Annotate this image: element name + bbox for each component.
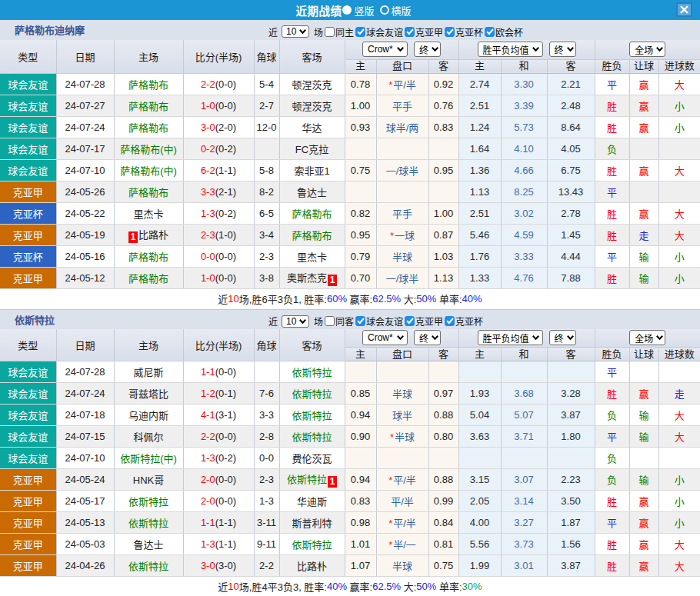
layout-radio-group: 竖版 横版 (342, 3, 411, 18)
league-checkbox[interactable] (405, 316, 415, 326)
final-odds-select[interactable]: 终 (414, 330, 441, 345)
portrait-radio-option[interactable]: 竖版 (342, 3, 374, 18)
corner-cell: 2-8 (254, 426, 279, 448)
away-team-cell: 华达 (279, 116, 345, 138)
half-time-score: (0-0) (215, 431, 236, 442)
odds-mean-select[interactable]: 胜平负均值 (478, 330, 543, 345)
date-cell: 24-05-12 (56, 267, 114, 288)
mean-draw-cell: 3.30 (501, 73, 547, 95)
away-team: 依斯特拉 (292, 431, 332, 443)
mean-draw-cell: 4.10 (501, 138, 547, 159)
league-filter[interactable]: 球会友谊 (355, 315, 403, 328)
match-count-select[interactable]: 10 (282, 315, 309, 328)
venue-filter[interactable]: 同客 (325, 315, 354, 328)
team-rank-badge: 1 (128, 231, 138, 243)
score-cell: 2-2(0-0) (183, 426, 254, 448)
odds-away-cell (428, 181, 458, 202)
match-type-cell: 球会友谊 (0, 361, 56, 383)
league-checkbox[interactable] (405, 27, 415, 37)
home-team-cell: 萨格勒布 (114, 73, 183, 95)
portrait-radio-icon[interactable] (342, 5, 352, 15)
league-filter[interactable]: 欧会杯 (485, 25, 523, 38)
handicap-value: 半球 (395, 431, 415, 443)
goals-cell: 大 (658, 555, 700, 577)
result-cell: 胜 (595, 159, 629, 181)
match-type-cell: 克亚甲 (0, 491, 56, 512)
corner-cell: 2-3 (254, 245, 279, 267)
mean-draw-cell (501, 361, 547, 383)
chevron-down-icon (532, 335, 539, 340)
result-cell: 负 (595, 469, 629, 491)
bookmaker-select[interactable]: Crow* (362, 42, 408, 57)
final-mean-select[interactable]: 终 (549, 330, 576, 345)
sub-mean-away-header: 客 (547, 348, 595, 361)
league-filter[interactable]: 克亚甲 (405, 25, 443, 38)
half-time-score: (0-0) (215, 495, 236, 507)
home-team-cell: 里杰卡 (114, 202, 183, 224)
date-cell: 24-07-10 (56, 448, 114, 469)
mean-away-cell: 1.87 (547, 512, 595, 534)
handicap-result-cell: 赢 (629, 116, 658, 138)
league-filter[interactable]: 克亚甲 (405, 315, 443, 328)
goals-cell: 大 (658, 426, 700, 448)
result-cell: 胜 (595, 95, 629, 116)
mean-home-cell: 2.74 (458, 73, 501, 95)
team-rank-badge: 1 (328, 275, 337, 286)
close-button[interactable] (676, 2, 692, 17)
mean-draw-cell: 4.76 (501, 267, 547, 288)
away-team-cell: 奥斯杰克1 (279, 267, 345, 288)
check-icon (357, 318, 365, 325)
handicap-star: * (390, 230, 394, 241)
date-cell: 24-07-17 (56, 138, 114, 159)
handicap-cell: 球半/两 (376, 116, 428, 138)
mean-away-cell (547, 361, 595, 383)
goals-cell: 大 (658, 224, 700, 245)
landscape-radio-option[interactable]: 横版 (380, 3, 412, 18)
venue-checkbox[interactable] (325, 27, 335, 37)
league-checkbox[interactable] (445, 27, 455, 37)
away-team: 里杰卡 (297, 251, 327, 263)
summary-part: 50% (416, 293, 436, 305)
final-odds-select[interactable]: 终 (414, 42, 441, 57)
bookmaker-select[interactable]: Crow* (362, 330, 408, 345)
match-row: 球会友谊 24-07-28 威尼斯 1-1(0-0) 依斯特拉 平 (0, 361, 700, 383)
chevron-down-icon (656, 335, 663, 340)
final-mean-select[interactable]: 终 (549, 42, 576, 57)
mean-away-cell: 1.80 (547, 426, 595, 448)
result-cell: 胜 (595, 534, 629, 555)
handicap-value: 平/半 (391, 496, 414, 508)
scope-select[interactable]: 全场 (629, 330, 665, 345)
odds-away-cell: 0.75 (428, 555, 458, 577)
sub-mean-draw-header: 和 (501, 348, 547, 361)
summary-row: 近10场,胜6平3负1, 胜率:60% 赢率:62.5% 大:50% 单率:40… (0, 289, 700, 309)
score-cell: 1-3(0-2) (183, 448, 254, 469)
score-cell: 4-1(3-1) (183, 405, 254, 426)
result-cell: 胜 (595, 383, 629, 405)
away-team: FC克拉 (295, 144, 328, 155)
handicap-select-group: Crow*终 (345, 40, 458, 59)
league-checkbox[interactable] (355, 316, 365, 326)
chevron-down-icon (567, 335, 574, 340)
scope-select[interactable]: 全场 (629, 42, 665, 57)
away-team: 依斯特拉 (292, 410, 332, 421)
match-count-select[interactable]: 10 (282, 25, 309, 38)
home-team: 鲁达士 (133, 539, 163, 551)
league-checkbox[interactable] (355, 27, 365, 37)
handicap-value: 半球 (392, 561, 412, 572)
sub-goals-header: 进球数 (658, 59, 700, 73)
half-time-score: (0-2) (215, 143, 236, 155)
full-time-score: 1-2 (201, 388, 215, 399)
odds-mean-select[interactable]: 胜平负均值 (478, 42, 543, 57)
landscape-radio-icon[interactable] (380, 5, 389, 15)
league-filter[interactable]: 克亚杯 (445, 25, 483, 38)
league-checkbox[interactable] (445, 316, 455, 326)
venue-filter[interactable]: 同主 (325, 25, 354, 38)
result-cell: 胜 (595, 202, 629, 224)
league-checkbox[interactable] (485, 27, 495, 37)
league-filter[interactable]: 球会友谊 (355, 25, 403, 38)
league-filter[interactable]: 克亚杯 (445, 315, 483, 328)
col-away-header: 客场 (279, 40, 345, 73)
col-date-header: 日期 (56, 40, 114, 73)
match-type-label: 克亚甲 (13, 187, 43, 198)
venue-checkbox[interactable] (325, 316, 335, 326)
